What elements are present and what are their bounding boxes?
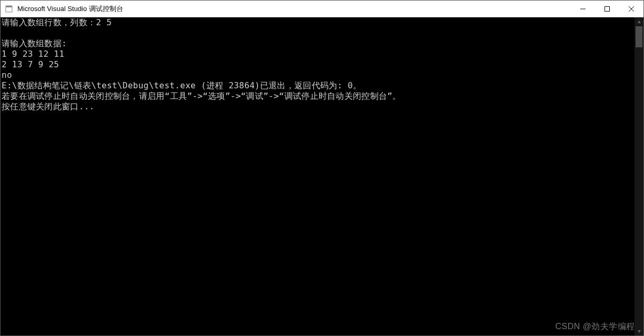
titlebar[interactable]: Microsoft Visual Studio 调试控制台	[1, 1, 643, 17]
scroll-thumb[interactable]	[636, 26, 642, 47]
svg-marker-6	[638, 21, 641, 23]
vertical-scrollbar[interactable]	[635, 17, 643, 335]
svg-rect-1	[6, 6, 12, 7]
scroll-down-button[interactable]	[635, 327, 643, 335]
window-controls	[571, 1, 643, 17]
close-button[interactable]	[619, 1, 643, 17]
app-icon	[5, 5, 13, 13]
console-output[interactable]: 请输入数组行数，列数：2 5 请输入数组数据: 1 9 23 12 11 2 1…	[1, 17, 635, 335]
window-title: Microsoft Visual Studio 调试控制台	[17, 1, 571, 17]
minimize-button[interactable]	[571, 1, 595, 17]
console-area: 请输入数组行数，列数：2 5 请输入数组数据: 1 9 23 12 11 2 1…	[1, 17, 643, 335]
svg-rect-3	[605, 6, 610, 11]
svg-marker-7	[638, 330, 641, 333]
scroll-up-button[interactable]	[635, 17, 643, 26]
maximize-button[interactable]	[595, 1, 619, 17]
console-window: Microsoft Visual Studio 调试控制台 请输入数组行数，列数…	[0, 0, 644, 336]
